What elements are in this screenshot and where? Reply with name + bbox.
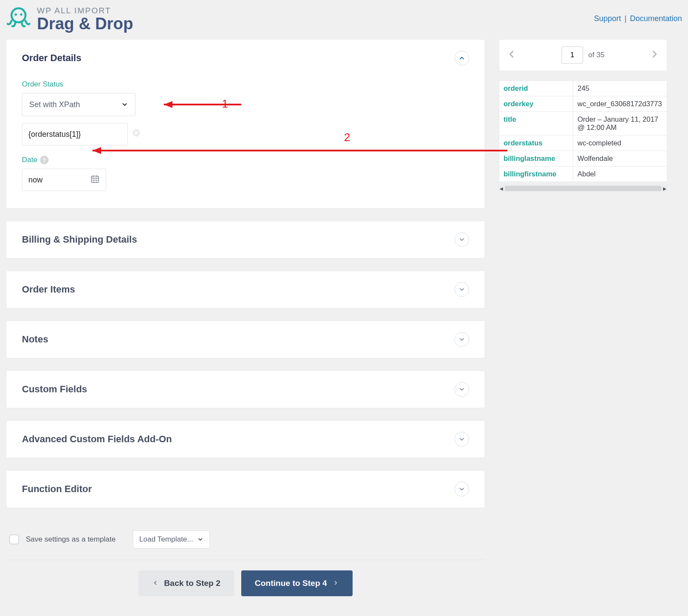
svg-rect-6	[92, 176, 99, 182]
pager-total: of 35	[588, 51, 605, 59]
panel-toggle-billing[interactable]	[455, 232, 469, 247]
table-row[interactable]: orderid245	[499, 81, 667, 96]
preview-value: Order – January 11, 2017 @ 12:00 AM	[573, 112, 667, 136]
order-status-label: Order Status	[22, 80, 469, 89]
svg-point-2	[20, 13, 22, 15]
clear-input-icon[interactable]	[132, 129, 141, 140]
panel-order-items: Order Items	[6, 271, 485, 308]
table-row[interactable]: titleOrder – January 11, 2017 @ 12:00 AM	[499, 112, 667, 136]
continue-button[interactable]: Continue to Step 4	[241, 570, 353, 596]
table-row[interactable]: orderkeywc_order_63068172d3773	[499, 96, 667, 112]
date-value: now	[28, 176, 43, 185]
panel-header-notes[interactable]: Notes	[6, 321, 485, 358]
date-input[interactable]: now	[22, 169, 106, 191]
panel-order-details: Order Details Order Status Set with XPat…	[6, 39, 485, 209]
table-row[interactable]: orderstatuswc-completed	[499, 136, 667, 151]
panel-toggle-custom-fields[interactable]	[455, 382, 469, 397]
panel-toggle-order-details[interactable]	[455, 51, 469, 65]
brand-sub: WP ALL IMPORT	[37, 6, 133, 15]
save-template-checkbox[interactable]	[9, 535, 19, 544]
panel-toggle-notes[interactable]	[455, 332, 469, 347]
panel-header-billing[interactable]: Billing & Shipping Details	[6, 221, 485, 258]
panel-notes: Notes	[6, 320, 485, 358]
chevron-down-icon	[458, 436, 465, 443]
preview-key[interactable]: orderid	[499, 81, 573, 96]
panel-title-order-details: Order Details	[22, 52, 81, 64]
panel-custom-fields: Custom Fields	[6, 370, 485, 408]
panel-header-order-details[interactable]: Order Details	[6, 40, 485, 77]
panel-header-order-items[interactable]: Order Items	[6, 271, 485, 308]
panel-function-editor: Function Editor	[6, 470, 485, 508]
scroll-right-icon[interactable]: ▶	[663, 186, 666, 191]
panel-toggle-function-editor[interactable]	[455, 482, 469, 496]
table-row[interactable]: billingfirstnameAbdel	[499, 166, 667, 182]
preview-key[interactable]: title	[499, 112, 573, 136]
panel-acf: Advanced Custom Fields Add-On	[6, 420, 485, 458]
pager: of 35	[499, 39, 667, 71]
panel-toggle-order-items[interactable]	[455, 282, 469, 297]
chevron-down-icon	[121, 101, 128, 108]
preview-key[interactable]: orderkey	[499, 96, 573, 112]
preview-key[interactable]: billinglastname	[499, 151, 573, 166]
preview-key[interactable]: orderstatus	[499, 136, 573, 151]
preview-value: wc_order_63068172d3773	[573, 96, 667, 112]
date-label: Date ?	[22, 156, 469, 164]
annotation-number-1: 1	[222, 97, 228, 111]
pager-next[interactable]	[650, 49, 659, 61]
panel-toggle-acf[interactable]	[455, 432, 469, 447]
svg-point-0	[12, 8, 26, 22]
chevron-down-icon	[458, 336, 465, 343]
panel-header-function-editor[interactable]: Function Editor	[6, 471, 485, 508]
panel-billing: Billing & Shipping Details	[6, 221, 485, 259]
order-status-xpath-input[interactable]	[22, 123, 128, 145]
brand-title: Drag & Drop	[37, 15, 133, 32]
save-template-label: Save settings as a template	[26, 535, 116, 544]
divider	[6, 560, 485, 560]
pager-prev[interactable]	[507, 49, 516, 61]
preview-value: Wolfendale	[573, 151, 667, 166]
preview-value: wc-completed	[573, 136, 667, 151]
page-input[interactable]	[562, 46, 583, 64]
horizontal-scrollbar[interactable]: ◀ ▶	[499, 185, 667, 192]
chevron-down-icon	[458, 486, 465, 493]
chevron-left-icon	[152, 579, 158, 588]
chevron-down-icon	[458, 386, 465, 393]
calendar-icon	[90, 174, 100, 186]
load-template-select[interactable]: Load Template...	[133, 530, 210, 548]
header-links: Support | Documentation	[594, 14, 682, 23]
chevron-down-icon	[197, 536, 203, 542]
order-status-select-value: Set with XPath	[29, 100, 80, 109]
svg-point-1	[15, 13, 17, 15]
chevron-up-icon	[458, 55, 465, 62]
chevron-right-icon	[333, 579, 339, 588]
chevron-down-icon	[458, 286, 465, 293]
help-icon[interactable]: ?	[40, 156, 49, 164]
preview-table: orderid245orderkeywc_order_63068172d3773…	[499, 80, 667, 182]
logo-icon	[6, 5, 31, 32]
chevron-down-icon	[458, 236, 465, 243]
back-button[interactable]: Back to Step 2	[138, 570, 234, 596]
support-link[interactable]: Support	[594, 14, 621, 23]
svg-marker-4	[164, 101, 172, 108]
preview-key[interactable]: billingfirstname	[499, 166, 573, 182]
annotation-arrow-1-icon	[151, 98, 250, 111]
order-status-select[interactable]: Set with XPath	[22, 93, 135, 116]
brand: WP ALL IMPORT Drag & Drop	[6, 5, 133, 32]
preview-value: 245	[573, 81, 667, 96]
table-row[interactable]: billinglastnameWolfendale	[499, 151, 667, 166]
panel-header-acf[interactable]: Advanced Custom Fields Add-On	[6, 421, 485, 458]
panel-header-custom-fields[interactable]: Custom Fields	[6, 371, 485, 408]
preview-value: Abdel	[573, 166, 667, 182]
scroll-left-icon[interactable]: ◀	[500, 186, 503, 191]
documentation-link[interactable]: Documentation	[630, 14, 682, 23]
